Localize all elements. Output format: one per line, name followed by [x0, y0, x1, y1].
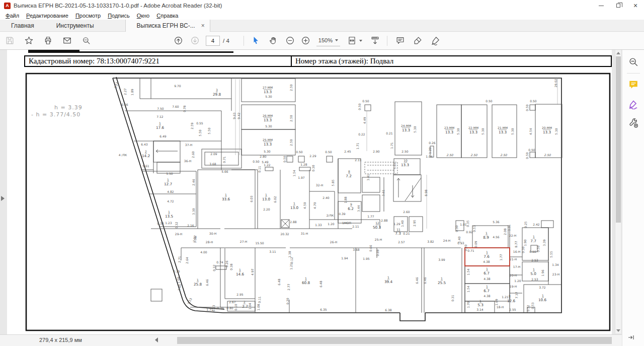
plan-label: 7.7	[530, 239, 536, 243]
menu-item-2[interactable]: Просмотр	[72, 13, 104, 19]
highlight-tool-button[interactable]	[413, 36, 423, 45]
expand-panel-button[interactable]	[627, 333, 635, 343]
plan-label: 0.26	[225, 260, 228, 267]
scroll-up-button[interactable]	[615, 50, 621, 56]
plan-label: 0.66	[121, 103, 128, 106]
page-number-input[interactable]: 4	[206, 36, 220, 46]
plan-label: 2.27	[123, 88, 127, 95]
plan-label: 1.58	[193, 236, 197, 243]
plan-label: 3.44	[357, 205, 360, 212]
comment-tool-button[interactable]	[395, 36, 405, 45]
plan-label: 9.42	[237, 112, 240, 119]
clipped-text-fragment	[28, 50, 79, 53]
hand-tool-button[interactable]	[269, 36, 278, 45]
plan-label: 29-Н	[175, 232, 182, 236]
plan-label: 1	[542, 294, 544, 297]
fit-width-button[interactable]	[347, 36, 357, 45]
previous-page-button[interactable]	[174, 36, 183, 45]
plan-label: 0.93	[457, 241, 464, 245]
plan-label: 4.97	[251, 268, 254, 275]
plan-label: 13.3	[264, 118, 272, 122]
plan-label: 0.53	[472, 225, 476, 232]
plan-label: 6.02	[273, 196, 277, 203]
menu-item-3[interactable]: Подпись	[104, 13, 133, 19]
scroll-down-button[interactable]	[615, 327, 621, 333]
vertical-scrollbar-thumb[interactable]	[616, 56, 621, 223]
email-button[interactable]	[62, 36, 72, 45]
plan-label: 2.59	[190, 122, 194, 129]
arrow-to-bar-icon	[627, 333, 635, 341]
plan-label: 0.31	[451, 295, 454, 302]
plan-label: 2.7	[242, 304, 248, 309]
plan-label: 4.38	[483, 260, 490, 263]
zoom-out-button[interactable]	[285, 36, 295, 45]
plan-label: 22-ММ	[468, 126, 478, 129]
fill-sign-button[interactable]	[431, 36, 440, 45]
plan-label: 21-Н	[510, 257, 517, 261]
menu-item-5[interactable]: Справка	[153, 13, 182, 19]
plan-label: 1	[486, 250, 488, 254]
menu-bar: ФайлРедактированиеПросмотрПодписьОкноСпр…	[0, 11, 644, 20]
floor-number-cell: Номер этажа (этажей): Подвал	[292, 56, 611, 66]
toolbar-separator	[387, 36, 387, 46]
plan-label: 1	[533, 235, 535, 238]
menu-item-4[interactable]: Окно	[133, 13, 153, 19]
tab-home[interactable]: Главная	[0, 20, 45, 31]
plan-border	[26, 74, 610, 330]
save-button[interactable]	[5, 36, 15, 45]
plan-label: 0.25	[524, 221, 527, 228]
plan-label: 3.13	[187, 297, 193, 305]
fill-sign-panel-button[interactable]	[627, 98, 639, 110]
favorite-button[interactable]	[24, 36, 34, 45]
plan-label: 5.3	[477, 303, 484, 307]
select-tool-button[interactable]	[251, 36, 261, 45]
plan-label: 1	[159, 121, 161, 125]
plan-label: 0.30	[311, 165, 315, 172]
next-page-button[interactable]	[190, 36, 200, 45]
plan-label: 0.13	[212, 305, 215, 312]
plan-label: 8.9	[483, 235, 489, 240]
plan-label: 5.50	[207, 127, 211, 134]
plan-label: 0.20	[286, 298, 289, 305]
restore-button[interactable]	[610, 0, 627, 11]
minus-circle-icon	[285, 36, 295, 45]
menu-item-0[interactable]: Файл	[2, 13, 23, 19]
plan-label: 0.32	[175, 222, 178, 229]
plan-label: 2.67	[229, 300, 236, 304]
scrolling-mode-button[interactable]	[370, 36, 380, 45]
zoom-in-button[interactable]	[301, 36, 310, 45]
zoom-level-dropdown[interactable]: 150%	[316, 35, 340, 46]
print-button[interactable]	[43, 36, 53, 45]
close-button[interactable]: ×	[627, 0, 644, 11]
scroll-left-button[interactable]	[155, 337, 158, 342]
vertical-scrollbar[interactable]	[615, 50, 621, 333]
plan-label: 1.94	[341, 256, 348, 260]
menu-item-1[interactable]: Редактирование	[23, 13, 72, 19]
plan-label: 2.50	[289, 115, 293, 122]
fit-options-chevron-icon[interactable]	[359, 40, 362, 42]
close-icon: ×	[633, 2, 637, 9]
search-panel-button[interactable]	[627, 56, 639, 68]
tab-tools[interactable]: Инструменты	[45, 20, 105, 31]
plan-label: 0.50	[486, 99, 493, 103]
plan-label: 1	[168, 210, 170, 214]
tab-document[interactable]: Выписка ЕГРН ВС-... ×	[125, 20, 210, 32]
printer-icon	[43, 36, 53, 45]
plan-label: 5.0	[530, 271, 536, 276]
tab-close-icon[interactable]: ×	[201, 22, 205, 29]
page-down-icon	[190, 36, 200, 45]
navigation-pane-toggle[interactable]	[1, 196, 5, 201]
minimize-button[interactable]	[593, 0, 610, 11]
plan-label: 0.11	[258, 296, 261, 303]
plan-label: 9	[350, 202, 352, 206]
plan-label: 2.88	[381, 219, 388, 222]
horizontal-scrollbar[interactable]	[177, 337, 612, 344]
comments-panel-button[interactable]	[627, 79, 639, 91]
plan-label: 2.16	[187, 224, 194, 227]
plan-label: 7.6	[484, 254, 490, 259]
tools-panel-button[interactable]	[627, 117, 639, 129]
search-button[interactable]	[82, 36, 91, 45]
triangle-up-icon	[616, 52, 620, 54]
plan-label: 0.50	[529, 250, 536, 253]
plan-label: 5.30	[413, 126, 417, 133]
